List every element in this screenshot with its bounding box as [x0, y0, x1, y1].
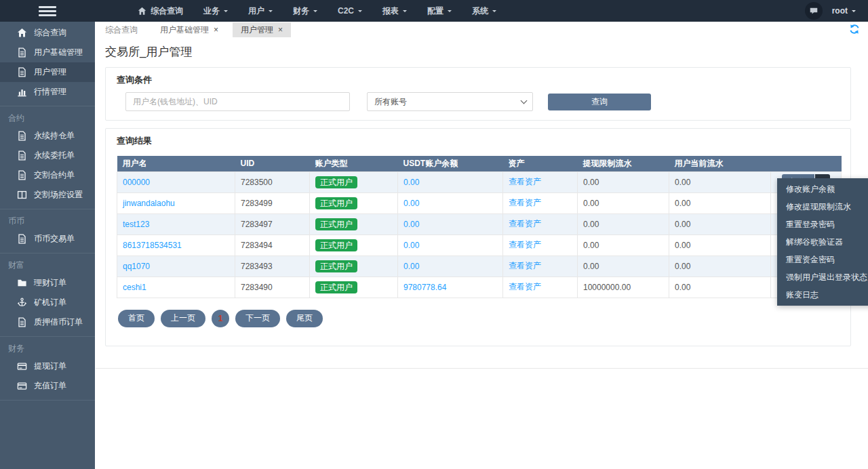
chevron-down-icon: [448, 10, 452, 14]
account-type-badge: 正式用户: [315, 260, 357, 272]
usdt-balance-link[interactable]: 0.00: [403, 178, 419, 187]
usdt-balance-link[interactable]: 0.00: [403, 241, 419, 250]
sidebar-item-withdraw-orders[interactable]: 提现订单: [0, 356, 95, 376]
uid-cell: 7283497: [235, 213, 310, 234]
account-type-select[interactable]: 所有账号: [367, 92, 533, 111]
sidebar-item-label: 综合查询: [34, 27, 66, 39]
topnav-item-config[interactable]: 配置: [417, 0, 462, 22]
close-icon[interactable]: ×: [214, 26, 218, 34]
view-assets-link[interactable]: 查看资产: [509, 198, 541, 207]
tab-bar: 综合查询 用户基础管理 × 用户管理 ×: [96, 22, 868, 38]
tab-user-basic-mgmt[interactable]: 用户基础管理 ×: [152, 22, 226, 37]
pagination-first-button[interactable]: 首页: [118, 310, 155, 327]
usdt-balance-link[interactable]: 0.00: [403, 220, 419, 229]
menu-item-reset-fund-password[interactable]: 重置资金密码: [777, 251, 868, 268]
chevron-down-icon: [313, 10, 317, 14]
sidebar-item-label: 交割场控设置: [34, 189, 83, 201]
withdraw-limit-flow-cell: 0.00: [578, 171, 669, 192]
sidebar-item-wealth-orders[interactable]: 理财订单: [0, 273, 95, 293]
topnav-label: C2C: [338, 6, 354, 16]
file-icon: [17, 131, 27, 141]
sidebar-item-perpetual-positions[interactable]: 永续持仓单: [0, 126, 95, 146]
usdt-balance-link[interactable]: 0.00: [403, 262, 419, 271]
account-type-badge: 正式用户: [315, 239, 357, 251]
search-input[interactable]: [125, 92, 350, 111]
top-menu: 综合查询 业务 用户 财务 C2C 报表 配置 系统: [127, 0, 507, 22]
file-icon: [17, 234, 27, 244]
results-panel: 查询结果 用户名 UID 账户类型 USDT账户余额 资产 提现限制流水 用户当…: [105, 128, 851, 346]
refresh-icon[interactable]: [849, 24, 860, 35]
table-header-row: 用户名 UID 账户类型 USDT账户余额 资产 提现限制流水 用户当前流水: [117, 156, 842, 171]
pagination-last-button[interactable]: 尾页: [286, 310, 323, 327]
topnav-item-business[interactable]: 业务: [193, 0, 238, 22]
credit-card-icon: [17, 381, 27, 391]
column-header-current-flow: 用户当前流水: [669, 156, 771, 171]
sidebar-item-pledge-loan-orders[interactable]: 质押借币订单: [0, 312, 95, 332]
sidebar-item-market-mgmt[interactable]: 行情管理: [0, 82, 95, 102]
menu-item-modify-balance[interactable]: 修改账户余额: [777, 180, 868, 198]
table-row: 000000 7283500 正式用户 0.00 查看资产 0.00 0.00 …: [117, 171, 842, 192]
sidebar-item-delivery-contracts[interactable]: 交割合约单: [0, 165, 95, 185]
top-navbar: 综合查询 业务 用户 财务 C2C 报表 配置 系统 root: [0, 0, 868, 22]
home-icon: [138, 7, 146, 16]
tab-user-mgmt[interactable]: 用户管理 ×: [233, 22, 291, 37]
pagination-next-button[interactable]: 下一页: [235, 310, 280, 327]
close-icon[interactable]: ×: [278, 26, 283, 34]
topnav-item-overview[interactable]: 综合查询: [127, 0, 193, 22]
sidebar-item-spot-trades[interactable]: 币币交易单: [0, 229, 95, 249]
bar-chart-icon: [17, 87, 27, 97]
menu-item-force-logout[interactable]: 强制用户退出登录状态: [777, 268, 868, 286]
sidebar-divider: [0, 400, 95, 401]
sidebar-item-miner-orders[interactable]: 矿机订单: [0, 293, 95, 312]
topnav-label: 综合查询: [151, 5, 183, 17]
messages-button[interactable]: [805, 2, 823, 20]
topnav-item-c2c[interactable]: C2C: [328, 0, 372, 22]
sidebar-item-label: 质押借币订单: [34, 317, 83, 328]
sidebar-group-finance: 财务 提现订单 充值订单: [0, 336, 95, 400]
usdt-balance-link[interactable]: 0.00: [403, 199, 419, 208]
username-link[interactable]: 8613718534531: [123, 241, 182, 250]
user-menu[interactable]: root: [832, 6, 856, 16]
menu-item-reset-login-password[interactable]: 重置登录密码: [777, 216, 868, 233]
username-link[interactable]: ceshi1: [123, 283, 146, 292]
sidebar-toggle-button[interactable]: [0, 4, 95, 18]
topnav-item-reports[interactable]: 报表: [372, 0, 417, 22]
menu-item-modify-withdraw-limit-flow[interactable]: 修改提现限制流水: [777, 198, 868, 216]
view-assets-link[interactable]: 查看资产: [509, 177, 541, 186]
menu-item-account-change-log[interactable]: 账变日志: [777, 286, 868, 304]
tab-label: 用户基础管理: [160, 24, 209, 36]
folder-icon: [17, 278, 27, 288]
view-assets-link[interactable]: 查看资产: [509, 261, 541, 270]
tab-overview[interactable]: 综合查询: [97, 22, 146, 37]
sidebar-item-overview[interactable]: 综合查询: [0, 23, 95, 43]
search-button[interactable]: 查询: [548, 94, 651, 110]
username-link[interactable]: test123: [123, 220, 149, 229]
pagination-prev-button[interactable]: 上一页: [161, 310, 205, 327]
column-header-withdraw-limit-flow: 提现限制流水: [578, 156, 669, 171]
username-link[interactable]: 000000: [123, 178, 150, 187]
username-label: root: [832, 6, 848, 16]
sidebar-item-user-basic-mgmt[interactable]: 用户基础管理: [0, 43, 95, 62]
column-header-usdt-balance: USDT账户余额: [398, 156, 503, 171]
sidebar-item-deposit-orders[interactable]: 充值订单: [0, 376, 95, 396]
current-flow-cell: 0.00: [669, 192, 771, 213]
topnav-item-finance[interactable]: 财务: [283, 0, 328, 22]
sidebar-item-user-mgmt[interactable]: 用户管理: [0, 62, 95, 82]
topnav-item-system[interactable]: 系统: [462, 0, 507, 22]
sidebar-item-delivery-control[interactable]: 交割场控设置: [0, 185, 95, 205]
search-panel: 查询条件 所有账号 查询: [105, 67, 851, 121]
topnav-label: 配置: [427, 5, 443, 17]
pagination-current-page[interactable]: 1: [212, 310, 229, 327]
username-link[interactable]: qq1070: [123, 262, 150, 271]
topnav-item-users[interactable]: 用户: [238, 0, 283, 22]
menu-item-unbind-google-auth[interactable]: 解绑谷歌验证器: [777, 233, 868, 251]
username-link[interactable]: jinwandalaohu: [123, 199, 175, 208]
sidebar-item-label: 用户基础管理: [34, 47, 83, 58]
view-assets-link[interactable]: 查看资产: [509, 219, 541, 228]
sidebar-item-label: 币币交易单: [34, 233, 75, 245]
file-icon: [17, 150, 27, 161]
view-assets-link[interactable]: 查看资产: [509, 282, 541, 291]
sidebar-item-perpetual-orders[interactable]: 永续委托单: [0, 146, 95, 165]
view-assets-link[interactable]: 查看资产: [509, 240, 541, 249]
usdt-balance-link[interactable]: 9780778.64: [403, 283, 446, 292]
